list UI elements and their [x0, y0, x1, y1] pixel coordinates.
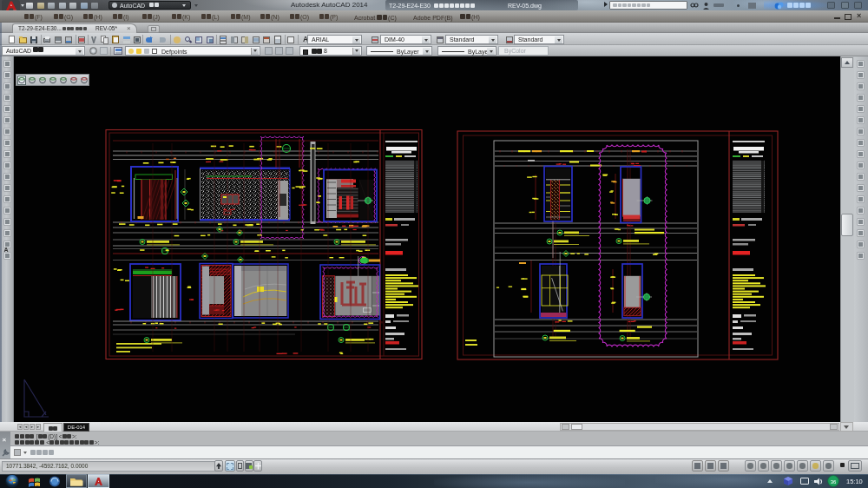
svg-text:36: 36 — [831, 479, 837, 485]
